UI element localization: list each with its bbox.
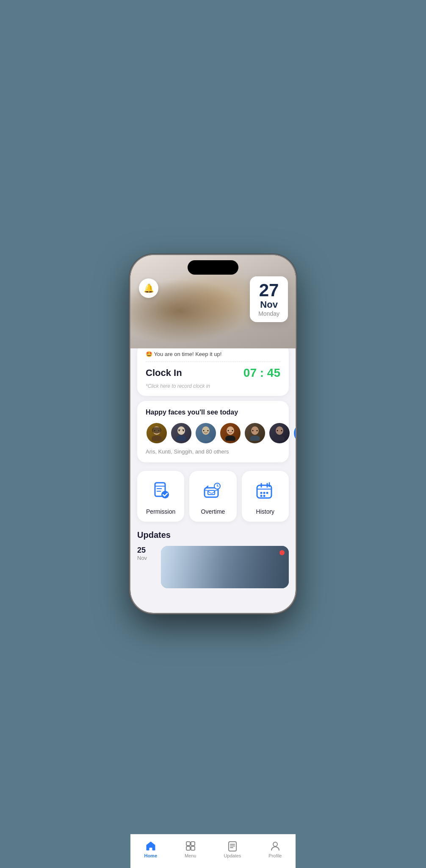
- updates-section: Updates 25 Nov: [137, 530, 289, 588]
- date-weekday: Monday: [258, 310, 279, 317]
- svg-point-14: [207, 430, 209, 431]
- scroll-area[interactable]: 🔔 27 Nov Monday 🤩 You are on time! Keep …: [130, 255, 296, 613]
- phone-inner: 🔔 27 Nov Monday 🤩 You are on time! Keep …: [130, 255, 296, 613]
- svg-point-13: [203, 430, 205, 431]
- update-item[interactable]: 25 Nov: [137, 546, 289, 588]
- person-svg-3: [199, 426, 213, 441]
- svg-point-44: [260, 495, 263, 497]
- history-label: History: [256, 508, 275, 515]
- svg-point-22: [257, 430, 258, 431]
- clock-in-label: Clock In: [146, 367, 182, 378]
- avatar-3[interactable]: [195, 422, 217, 444]
- overtime-card[interactable]: Overtime: [189, 471, 236, 522]
- person-svg-2: [174, 426, 188, 441]
- person-svg-1: [150, 426, 163, 441]
- happy-faces-card: Happy faces you'll see today: [137, 401, 289, 462]
- update-image[interactable]: [161, 546, 289, 588]
- svg-point-21: [252, 430, 254, 431]
- svg-point-47: [268, 485, 270, 487]
- overtime-label: Overtime: [201, 508, 225, 515]
- svg-point-31: [161, 491, 169, 498]
- svg-point-41: [260, 492, 263, 494]
- svg-rect-16: [225, 436, 235, 441]
- avatar-1[interactable]: [146, 422, 168, 444]
- svg-rect-9: [178, 429, 180, 430]
- unread-indicator: [279, 550, 285, 555]
- svg-rect-24: [274, 436, 285, 441]
- permission-card[interactable]: Permission: [137, 471, 184, 522]
- clock-in-card[interactable]: 🤩 You are on time! Keep it up! Clock In …: [137, 344, 289, 396]
- svg-point-18: [232, 430, 233, 431]
- svg-point-26: [281, 430, 282, 431]
- notification-button[interactable]: 🔔: [139, 278, 158, 298]
- history-icon: [253, 479, 277, 503]
- avatar-6[interactable]: [268, 422, 290, 444]
- clock-in-time: 07 : 45: [243, 366, 280, 380]
- avatars-row: +80: [146, 422, 280, 444]
- svg-point-45: [263, 495, 266, 497]
- update-day: 25: [137, 546, 156, 555]
- update-month: Nov: [137, 555, 156, 561]
- happy-faces-title: Happy faces you'll see today: [146, 409, 280, 416]
- date-card: 27 Nov Monday: [250, 276, 288, 322]
- actions-row: Permission: [137, 471, 289, 522]
- on-time-message: 🤩 You are on time! Keep it up!: [146, 351, 280, 357]
- permission-icon: [149, 479, 173, 503]
- card-divider: [146, 362, 280, 362]
- svg-rect-1: [152, 436, 162, 441]
- svg-rect-12: [201, 436, 211, 441]
- avatar-4[interactable]: [219, 422, 241, 444]
- svg-rect-6: [176, 436, 186, 441]
- svg-rect-4: [152, 427, 161, 433]
- faces-names: Aris, Kunti, Singgih, and 80 others: [146, 448, 280, 455]
- svg-point-42: [263, 492, 266, 494]
- avatar-more-count[interactable]: +80: [293, 422, 296, 444]
- person-svg-6: [273, 426, 286, 441]
- avatar-5[interactable]: [244, 422, 266, 444]
- date-month: Nov: [258, 299, 279, 310]
- svg-point-43: [266, 492, 268, 494]
- date-day: 27: [258, 281, 279, 299]
- dynamic-island: [188, 260, 238, 275]
- clock-in-hint[interactable]: *Click here to record clock in: [146, 383, 280, 389]
- bell-icon: 🔔: [144, 283, 154, 293]
- update-date: 25 Nov: [137, 546, 156, 561]
- main-content: 🤩 You are on time! Keep it up! Clock In …: [130, 344, 296, 588]
- svg-point-25: [277, 430, 278, 431]
- avatar-2[interactable]: [170, 422, 192, 444]
- overtime-icon: [201, 479, 225, 503]
- svg-point-17: [228, 430, 229, 431]
- person-svg-4: [224, 426, 237, 441]
- on-time-text: 🤩 You are on time! Keep it up!: [146, 351, 221, 357]
- svg-rect-20: [250, 436, 260, 441]
- person-svg-5: [248, 426, 262, 441]
- clock-row: Clock In 07 : 45: [146, 366, 280, 380]
- update-image-bg: [161, 546, 289, 588]
- phone-shell: 🔔 27 Nov Monday 🤩 You are on time! Keep …: [130, 255, 296, 613]
- updates-title: Updates: [137, 530, 289, 540]
- history-card[interactable]: History: [242, 471, 289, 522]
- svg-rect-10: [182, 429, 184, 430]
- permission-label: Permission: [146, 508, 175, 515]
